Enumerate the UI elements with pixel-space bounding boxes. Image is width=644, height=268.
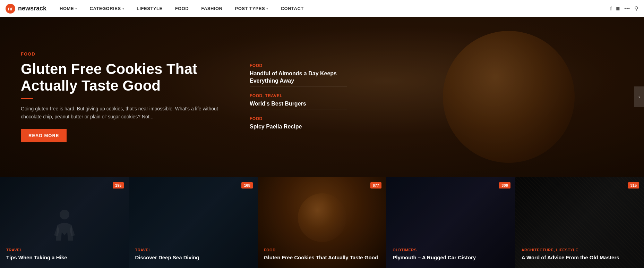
card-badge-4: 315 bbox=[628, 182, 639, 189]
card-badge-2: 677 bbox=[370, 182, 381, 189]
chevron-down-icon: ▾ bbox=[75, 7, 77, 10]
sidebar-article-2[interactable]: Food Spicy Paella Recipe bbox=[250, 116, 347, 131]
nav-link-categories[interactable]: CATEGORIES ▾ bbox=[84, 0, 131, 17]
hero-main-content: Food Gluten Free Cookies That Actually T… bbox=[21, 51, 229, 142]
card-title-2: Gluten Free Cookies That Actually Taste … bbox=[264, 254, 380, 261]
read-more-button[interactable]: READ MORE bbox=[21, 129, 67, 142]
card-title-1: Discover Deep Sea Diving bbox=[135, 254, 251, 261]
card-category-2: Food bbox=[264, 248, 380, 252]
nav-item-fashion[interactable]: FASHION bbox=[195, 0, 229, 17]
hero-section: Food Gluten Free Cookies That Actually T… bbox=[0, 17, 644, 177]
sidebar-title-0: Handful of Almonds a Day Keeps Everythin… bbox=[250, 70, 347, 85]
hero-category: Food bbox=[21, 51, 229, 57]
card-category-0: Travel bbox=[6, 248, 122, 252]
sidebar-divider-0 bbox=[250, 86, 347, 86]
sidebar-article-0[interactable]: Food Handful of Almonds a Day Keeps Ever… bbox=[250, 63, 347, 86]
card-badge-0: 195 bbox=[113, 182, 124, 189]
nav-link-contact[interactable]: CONTACT bbox=[275, 0, 310, 17]
card-content-0: Travel Tips When Taking a Hike bbox=[0, 177, 129, 268]
card-4[interactable]: Architecture, Lifestyle A Word of Advice… bbox=[515, 177, 644, 268]
nav-item-lifestyle[interactable]: LIFESTYLE bbox=[130, 0, 169, 17]
card-1[interactable]: Travel Discover Deep Sea Diving 168 bbox=[129, 177, 257, 268]
card-0[interactable]: Travel Tips When Taking a Hike 195 bbox=[0, 177, 129, 268]
card-content-2: Food Gluten Free Cookies That Actually T… bbox=[258, 177, 386, 268]
instagram-icon: ◼ bbox=[616, 6, 620, 11]
chevron-down-icon: ▾ bbox=[122, 7, 124, 10]
site-logo[interactable]: nr newsrack bbox=[6, 4, 46, 14]
card-category-4: Architecture, Lifestyle bbox=[522, 248, 638, 252]
nav-item-categories[interactable]: CATEGORIES ▾ bbox=[84, 0, 131, 17]
hero-excerpt: Going gluten-free is hard. But giving up… bbox=[21, 105, 229, 120]
sidebar-category-2: Food bbox=[250, 116, 347, 121]
hero-next-arrow[interactable]: › bbox=[634, 86, 644, 107]
sidebar-category-0: Food bbox=[250, 63, 347, 68]
card-title-4: A Word of Advice From the Old Masters bbox=[522, 254, 638, 261]
nav-item-food[interactable]: FOOD bbox=[169, 0, 195, 17]
nav-menu: HOME ▾ CATEGORIES ▾ LIFESTYLE FOOD FASHI… bbox=[53, 0, 610, 17]
nav-link-food[interactable]: FOOD bbox=[169, 0, 195, 17]
card-3[interactable]: Oldtimers Plymouth – A Rugged Car Cistor… bbox=[386, 177, 515, 268]
featured-cards-row: Travel Tips When Taking a Hike 195 Trave… bbox=[0, 177, 644, 268]
nav-item-home[interactable]: HOME ▾ bbox=[53, 0, 84, 17]
sidebar-title-2: Spicy Paella Recipe bbox=[250, 123, 347, 131]
navigation: nr newsrack HOME ▾ CATEGORIES ▾ LIFESTYL… bbox=[0, 0, 644, 17]
card-title-3: Plymouth – A Rugged Car Cistory bbox=[393, 254, 509, 261]
nav-item-contact[interactable]: CONTACT bbox=[275, 0, 310, 17]
nav-link-fashion[interactable]: FASHION bbox=[195, 0, 229, 17]
card-category-1: Travel bbox=[135, 248, 251, 252]
card-category-3: Oldtimers bbox=[393, 248, 509, 252]
hero-title: Gluten Free Cookies That Actually Taste … bbox=[21, 61, 229, 94]
nav-link-post-types[interactable]: POST TYPES ▾ bbox=[229, 0, 274, 17]
card-badge-3: 306 bbox=[499, 182, 510, 189]
hero-content: Food Gluten Free Cookies That Actually T… bbox=[0, 51, 644, 142]
more-icon: ••• bbox=[624, 6, 630, 11]
facebook-link[interactable]: f bbox=[610, 6, 612, 11]
card-content-1: Travel Discover Deep Sea Diving bbox=[129, 177, 257, 268]
instagram-link[interactable]: ◼ bbox=[616, 6, 620, 11]
logo-icon: nr bbox=[6, 4, 15, 14]
sidebar-divider-1 bbox=[250, 109, 347, 109]
chevron-down-icon: ▾ bbox=[266, 7, 268, 10]
sidebar-title-1: World's Best Burgers bbox=[250, 100, 347, 108]
card-content-4: Architecture, Lifestyle A Word of Advice… bbox=[515, 177, 644, 268]
facebook-icon: f bbox=[610, 6, 612, 11]
nav-link-home[interactable]: HOME ▾ bbox=[53, 0, 84, 17]
card-content-3: Oldtimers Plymouth – A Rugged Car Cistor… bbox=[386, 177, 515, 268]
sidebar-category-1: Food, Travel bbox=[250, 93, 347, 98]
sidebar-article-1[interactable]: Food, Travel World's Best Burgers bbox=[250, 93, 347, 109]
chevron-right-icon: › bbox=[638, 94, 640, 100]
nav-link-lifestyle[interactable]: LIFESTYLE bbox=[130, 0, 169, 17]
hero-sidebar: Food Handful of Almonds a Day Keeps Ever… bbox=[250, 63, 347, 130]
card-2[interactable]: Food Gluten Free Cookies That Actually T… bbox=[258, 177, 386, 268]
more-link[interactable]: ••• bbox=[624, 6, 630, 11]
hero-divider bbox=[21, 98, 33, 99]
search-button[interactable]: ⚲ bbox=[634, 5, 638, 12]
nav-item-post-types[interactable]: POST TYPES ▾ bbox=[229, 0, 274, 17]
logo-name: newsrack bbox=[18, 5, 46, 12]
social-links: f ◼ ••• bbox=[610, 6, 630, 11]
card-badge-1: 168 bbox=[241, 182, 252, 189]
card-title-0: Tips When Taking a Hike bbox=[6, 254, 122, 261]
search-icon: ⚲ bbox=[634, 6, 638, 11]
